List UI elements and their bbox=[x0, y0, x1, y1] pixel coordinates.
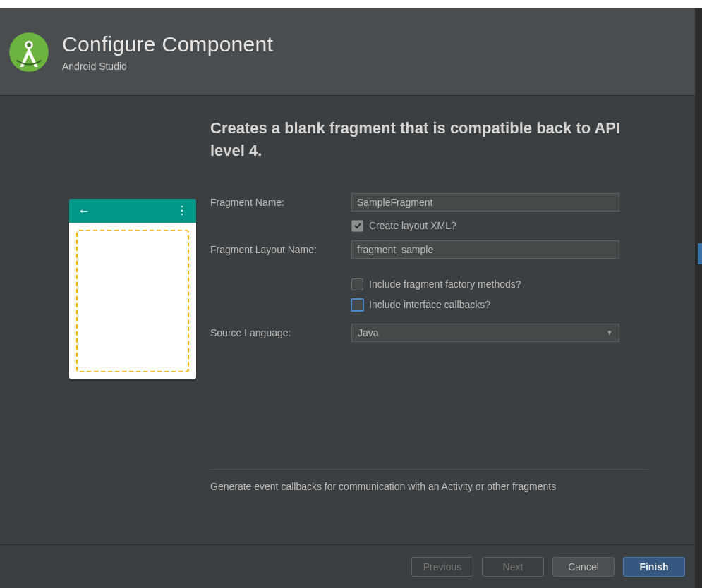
interface-callbacks-label: Include interface callbacks? bbox=[369, 299, 490, 310]
form: Fragment Name: Create layout XML? Fragme… bbox=[210, 193, 681, 342]
fragment-name-label: Fragment Name: bbox=[210, 197, 351, 208]
preview-appbar: ← ⋮ bbox=[69, 199, 196, 223]
interface-callbacks-row: Include interface callbacks? bbox=[351, 299, 681, 311]
dialog-title: Configure Component bbox=[62, 32, 273, 56]
create-layout-checkbox[interactable] bbox=[351, 220, 363, 232]
layout-name-input[interactable] bbox=[351, 240, 619, 259]
next-button[interactable]: Next bbox=[482, 557, 544, 577]
layout-name-label: Fragment Layout Name: bbox=[210, 244, 351, 255]
source-language-select[interactable]: Java ▼ bbox=[351, 324, 619, 342]
dialog-subtitle: Android Studio bbox=[62, 61, 273, 72]
overflow-menu-icon: ⋮ bbox=[176, 205, 188, 216]
fragment-name-input[interactable] bbox=[351, 193, 619, 212]
right-edge-marker bbox=[698, 243, 702, 264]
svg-point-2 bbox=[27, 42, 31, 47]
top-white-strip bbox=[0, 0, 702, 8]
footnote: Generate event callbacks for communicati… bbox=[210, 469, 648, 492]
source-language-value: Java bbox=[358, 327, 379, 338]
layout-name-row: Fragment Layout Name: bbox=[210, 240, 681, 259]
preview-fragment-placeholder bbox=[76, 230, 189, 372]
dialog-content: Creates a blank fragment that is compati… bbox=[0, 96, 702, 544]
fragment-preview: ← ⋮ bbox=[69, 199, 196, 379]
chevron-down-icon: ▼ bbox=[606, 329, 613, 336]
description-text: Creates a blank fragment that is compati… bbox=[210, 117, 648, 162]
create-layout-label: Create layout XML? bbox=[369, 220, 456, 231]
factory-methods-label: Include fragment factory methods? bbox=[369, 278, 521, 290]
back-arrow-icon: ← bbox=[78, 204, 90, 219]
create-layout-row: Create layout XML? bbox=[351, 220, 681, 232]
previous-button[interactable]: Previous bbox=[411, 557, 473, 577]
source-language-label: Source Language: bbox=[210, 327, 351, 338]
right-edge-strip bbox=[695, 8, 702, 588]
fragment-name-row: Fragment Name: bbox=[210, 193, 681, 212]
factory-methods-row: Include fragment factory methods? bbox=[351, 278, 681, 290]
android-studio-icon bbox=[8, 32, 49, 73]
source-language-row: Source Language: Java ▼ bbox=[210, 324, 681, 342]
factory-methods-checkbox[interactable] bbox=[351, 278, 363, 290]
finish-button[interactable]: Finish bbox=[623, 557, 685, 577]
cancel-button[interactable]: Cancel bbox=[552, 557, 615, 577]
dialog-header: Configure Component Android Studio bbox=[0, 8, 702, 96]
dialog-footer: Previous Next Cancel Finish bbox=[0, 544, 702, 588]
interface-callbacks-checkbox[interactable] bbox=[351, 298, 364, 312]
